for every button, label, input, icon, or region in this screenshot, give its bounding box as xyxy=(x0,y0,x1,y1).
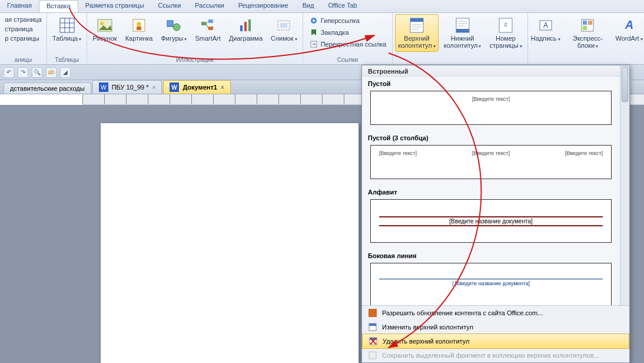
group-links-title: Ссылки xyxy=(337,56,358,64)
undo-button[interactable]: ↶ xyxy=(4,67,14,78)
pagenumber-icon: # xyxy=(496,16,515,35)
svg-rect-42 xyxy=(588,21,592,25)
svg-text:A: A xyxy=(543,21,548,29)
svg-text:W: W xyxy=(101,84,107,91)
clipart-button[interactable]: Картинка xyxy=(122,14,156,44)
chart-button[interactable]: Диаграмма xyxy=(226,14,265,44)
doctab-2[interactable]: W Документ1× xyxy=(163,80,230,94)
picture-icon xyxy=(95,16,114,35)
ribbon-tabs: Главная Вставка Разметка страницы Ссылки… xyxy=(0,0,644,13)
office-update-button[interactable]: Разрешить обновление контента с сайта Of… xyxy=(362,306,629,320)
word-doc-icon: W xyxy=(99,82,108,92)
tab-mailings[interactable]: Рассылки xyxy=(188,0,231,12)
tab-pagelayout[interactable]: Разметка страницы xyxy=(78,0,151,12)
svg-rect-64 xyxy=(369,352,376,359)
picture-button[interactable]: Рисунок xyxy=(89,14,120,44)
doctab-1[interactable]: W ПБУ 10_99 *× xyxy=(92,80,162,94)
gallery-item-2[interactable]: [Введите название документа] xyxy=(370,199,612,243)
svg-point-23 xyxy=(313,19,315,22)
document-page[interactable] xyxy=(100,123,359,363)
cover-page-button[interactable]: ая страница xyxy=(4,15,43,24)
gallery-scrollbar[interactable] xyxy=(620,65,629,305)
svg-rect-41 xyxy=(583,21,587,25)
doctab-0[interactable]: дставительские расходы xyxy=(4,82,91,94)
footer-button[interactable]: Нижнийколонтитул▾ xyxy=(441,14,484,52)
tab-home[interactable]: Главная xyxy=(0,0,39,12)
gallery-item-label-0: Пустой xyxy=(362,77,620,88)
svg-line-16 xyxy=(206,24,208,28)
svg-rect-0 xyxy=(60,18,74,32)
group-pages: ая страница страница р страницы аницы xyxy=(0,13,47,64)
edit-header-button[interactable]: Изменить верхний колонтитул xyxy=(362,320,629,334)
shapes-icon xyxy=(164,16,183,35)
bookmark-button[interactable]: Закладка xyxy=(308,27,388,38)
svg-rect-27 xyxy=(410,18,423,22)
gallery-footer: Разрешить обновление контента с сайта Of… xyxy=(362,305,629,362)
group-tables: Таблица▾ Таблицы xyxy=(47,13,87,64)
svg-rect-59 xyxy=(369,324,376,326)
table-button[interactable]: Таблица▾ xyxy=(49,14,84,45)
blank-page-button[interactable]: страница xyxy=(4,25,34,33)
group-pages-title: аницы xyxy=(15,56,32,64)
svg-rect-19 xyxy=(248,19,251,31)
screenshot-button[interactable]: Снимок▾ xyxy=(268,14,300,45)
header-button[interactable]: Верхнийколонтитул▾ xyxy=(395,14,439,52)
svg-rect-14 xyxy=(208,27,213,30)
tab-references[interactable]: Ссылки xyxy=(151,0,188,12)
pagenumber-button[interactable]: # Номерстраницы▾ xyxy=(486,14,525,52)
shapes-button[interactable]: Фигуры▾ xyxy=(158,14,190,45)
svg-line-15 xyxy=(206,21,208,24)
save-selection-icon xyxy=(368,351,377,360)
tab-officetab[interactable]: Office Tab xyxy=(321,0,364,12)
svg-rect-10 xyxy=(167,21,173,27)
svg-rect-32 xyxy=(456,29,469,32)
gallery-item-label-1: Пустой (3 столбца) xyxy=(362,131,620,143)
group-headerfooter: Верхнийколонтитул▾ Нижнийколонтитул▾ # Н… xyxy=(393,13,527,64)
crossref-button[interactable]: Перекрестная ссылка xyxy=(308,39,388,50)
group-links: Гиперссылка Закладка Перекрестная ссылка… xyxy=(303,13,393,64)
gallery-item-label-3: Боковая линия xyxy=(362,249,620,260)
clipart-icon xyxy=(130,16,148,35)
table-icon xyxy=(58,16,77,35)
remove-header-icon xyxy=(369,336,378,346)
gallery-item-3[interactable]: | [Введите название документа] xyxy=(370,263,612,305)
bookmark-icon xyxy=(309,28,318,37)
edit-header-icon xyxy=(368,322,377,332)
smartart-button[interactable]: SmartArt xyxy=(192,14,223,44)
hyperlink-button[interactable]: Гиперссылка xyxy=(308,15,388,26)
svg-rect-57 xyxy=(369,309,377,317)
eraser-button[interactable]: ◢ xyxy=(60,67,71,78)
header-icon xyxy=(407,16,426,35)
group-illustrations-title: Иллюстрации xyxy=(176,56,214,64)
page-break-button[interactable]: р страницы xyxy=(4,34,40,42)
header-gallery-dropdown: Встроенный Пустой [Введите текст] Пустой… xyxy=(361,65,630,363)
svg-rect-43 xyxy=(583,26,587,30)
svg-text:W: W xyxy=(172,84,178,91)
svg-point-6 xyxy=(100,22,104,25)
redo-button[interactable]: ↷ xyxy=(18,67,28,78)
svg-rect-9 xyxy=(137,27,141,30)
svg-marker-24 xyxy=(311,29,316,35)
zoom-button[interactable]: 🔍 xyxy=(32,67,42,78)
svg-rect-13 xyxy=(208,19,213,23)
gallery-item-1[interactable]: [Введите текст] [Введите текст] [Введите… xyxy=(370,145,612,179)
tab-insert[interactable]: Вставка xyxy=(39,0,78,12)
tab-view[interactable]: Вид xyxy=(296,0,321,12)
svg-point-8 xyxy=(137,22,141,27)
svg-point-11 xyxy=(173,24,180,31)
quickparts-button[interactable]: Экспресс-блоки▾ xyxy=(563,14,612,52)
wordart-button[interactable]: AWordArt▾ xyxy=(615,14,643,45)
crossref-icon xyxy=(309,39,318,49)
office-icon xyxy=(368,308,377,318)
group-text: AНадпись▾ Экспресс-блоки▾ AWordArt▾ AБук… xyxy=(528,13,644,64)
textbox-button[interactable]: AНадпись▾ xyxy=(530,14,561,45)
svg-text:#: # xyxy=(504,22,507,28)
tab-review[interactable]: Рецензирование xyxy=(231,0,296,12)
hyperlink-icon xyxy=(309,16,318,25)
save-selection-button: Сохранить выделенный фрагмент в коллекци… xyxy=(362,348,629,362)
svg-text:A: A xyxy=(624,18,633,31)
gallery-item-0[interactable]: [Введите текст] xyxy=(370,91,612,125)
quickparts-icon xyxy=(578,16,597,35)
remove-header-button[interactable]: Удалить верхний колонтитул xyxy=(362,334,629,349)
highlight-button[interactable]: ab xyxy=(46,67,57,78)
